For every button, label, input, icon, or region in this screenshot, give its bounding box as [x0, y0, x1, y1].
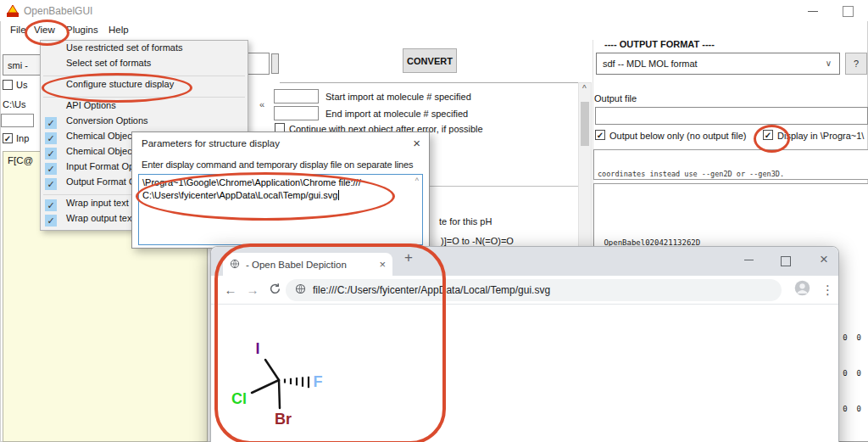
check-icon: ✓	[45, 148, 57, 159]
dialog-instruction: Enter display command and temporary disp…	[142, 159, 413, 170]
browser-minimize-icon[interactable]	[744, 260, 754, 260]
avatar[interactable]	[793, 279, 811, 300]
output-format-combo[interactable]: sdf -- MDL MOL format ∨	[596, 53, 840, 75]
new-tab-icon[interactable]: +	[404, 249, 413, 266]
browser-menu-icon[interactable]: ⋮	[821, 283, 834, 298]
input-path-label: C:\Us	[3, 99, 26, 109]
output-format-header: ---- OUTPUT FORMAT ----	[604, 39, 715, 49]
openbabel-window: OpenBabelGUI File View Plugins Help smi …	[0, 0, 868, 442]
use-checkbox-label: Us	[16, 80, 27, 90]
start-import-field[interactable]	[274, 89, 319, 104]
output-below-label: Output below only (no output file)	[609, 131, 746, 141]
menu-help[interactable]: Help	[108, 25, 129, 35]
reload-icon[interactable]	[264, 283, 286, 298]
text-cursor	[338, 190, 339, 200]
command-line-2: C:\Users\fyicenter\AppData\Local\Temp/gu…	[142, 190, 338, 200]
check-icon: ✓	[45, 163, 57, 175]
dialog-title: Parameters for structure display	[142, 138, 280, 148]
start-import-label: Start import at molecule # specified	[326, 92, 471, 102]
hash-wedge-bond-c-f	[285, 377, 309, 388]
menu-separator	[41, 94, 248, 100]
browser-tab-strip: - Open Babel Depiction × + ×	[211, 247, 838, 276]
menu-item-select-set[interactable]: Select set of formats	[41, 58, 248, 73]
maximize-icon[interactable]	[843, 6, 854, 17]
atom-label-cl: Cl	[231, 390, 247, 407]
smiles-text: F[C@	[8, 155, 33, 165]
tab-close-icon[interactable]: ×	[379, 258, 386, 271]
menu-file[interactable]: File	[10, 25, 26, 35]
check-icon: ✓	[45, 199, 57, 211]
scroll-up-icon[interactable]: ^	[582, 84, 587, 93]
menu-item-api-options[interactable]: API Options	[41, 100, 248, 115]
dative-option-fragment: )]=O to -N(=O)=O	[441, 236, 514, 246]
check-icon: ✓	[45, 117, 57, 129]
minimize-icon[interactable]	[808, 11, 818, 12]
end-import-field[interactable]	[274, 106, 319, 120]
tab-title: - Open Babel Depiction	[246, 260, 373, 270]
back-icon[interactable]: ←	[220, 283, 242, 297]
output-file-label: Output file	[594, 93, 637, 104]
structure-display-dialog: Parameters for structure display × Enter…	[131, 131, 430, 249]
textarea-scroll-up-icon[interactable]: ^	[415, 176, 419, 185]
globe-icon	[230, 257, 240, 272]
menu-item-configure-structure-display[interactable]: Configure stucture display	[41, 79, 248, 94]
ph-option-fragment: te for this pH	[439, 216, 492, 227]
display-in-label: Display in \Progra~1\	[777, 131, 864, 141]
display-command-textarea[interactable]: \Progra~1\Google\Chrome\Application\Chro…	[138, 174, 423, 245]
atom-label-i: I	[255, 340, 259, 357]
input-file-field[interactable]	[1, 114, 34, 127]
browser-content: I F Cl Br	[211, 305, 838, 442]
url-text: file:///C:/Users/fyicenter/AppData/Local…	[313, 284, 550, 296]
browser-tab[interactable]: - Open Babel Depiction ×	[223, 253, 392, 276]
close-icon[interactable]: ×	[413, 136, 420, 150]
molecule-depiction: I F Cl Br	[226, 311, 370, 442]
bond-c-i	[265, 360, 279, 380]
globe-icon	[295, 283, 306, 298]
forward-icon[interactable]: →	[242, 283, 264, 297]
address-bar[interactable]: file:///C:/Users/fyicenter/AppData/Local…	[286, 279, 782, 301]
message-line: coordinates instead use --gen2D or --gen…	[598, 170, 784, 178]
collapse-icon[interactable]: «	[259, 99, 264, 109]
check-icon: ✓	[45, 215, 57, 227]
menu-item-use-restricted[interactable]: Use restricted set of formats	[41, 42, 248, 58]
scrollbar-thumb[interactable]	[581, 102, 589, 146]
convert-button[interactable]: CONVERT	[403, 48, 457, 73]
bond-c-br	[279, 380, 280, 408]
title-bar: OpenBabelGUI	[0, 0, 868, 21]
input-below-checkbox[interactable]: ✓	[3, 133, 13, 143]
menu-item-conversion-options[interactable]: ✓Conversion Options	[41, 115, 248, 131]
input-format-combo[interactable]: smi -	[3, 54, 42, 76]
input-below-label: Inp	[16, 133, 29, 143]
browser-close-icon[interactable]: ×	[820, 251, 828, 268]
menu-view[interactable]: View	[34, 25, 55, 35]
command-line-1: \Progra~1\Google\Chrome\Application\Chro…	[142, 176, 419, 189]
end-import-label: End import at molecule # specified	[326, 109, 468, 119]
atom-label-br: Br	[275, 411, 292, 428]
check-icon: ✓	[45, 132, 57, 144]
menu-separator	[41, 73, 248, 79]
chevron-down-icon: ∨	[826, 59, 832, 68]
output-file-field[interactable]	[595, 107, 868, 125]
window-title: OpenBabelGUI	[24, 5, 92, 17]
output-below-checkbox[interactable]: ✓	[595, 130, 605, 140]
message-box: coordinates instead use --gen2D or --gen…	[593, 149, 868, 180]
splitter-handle[interactable]	[271, 53, 279, 74]
app-icon	[6, 4, 19, 18]
bond-c-cl	[252, 380, 279, 393]
browser-window: - Open Babel Depiction × + × ← → file://…	[210, 246, 839, 442]
display-in-checkbox[interactable]: ✓	[763, 130, 773, 140]
check-icon: ✓	[45, 178, 57, 190]
browser-toolbar: ← → file:///C:/Users/fyicenter/AppData/L…	[211, 276, 838, 305]
format-help-button[interactable]: ?	[845, 53, 867, 75]
menu-plugins[interactable]: Plugins	[66, 25, 98, 35]
atom-label-f: F	[314, 373, 323, 390]
use-checkbox[interactable]	[3, 80, 13, 90]
browser-maximize-icon[interactable]	[781, 256, 791, 266]
